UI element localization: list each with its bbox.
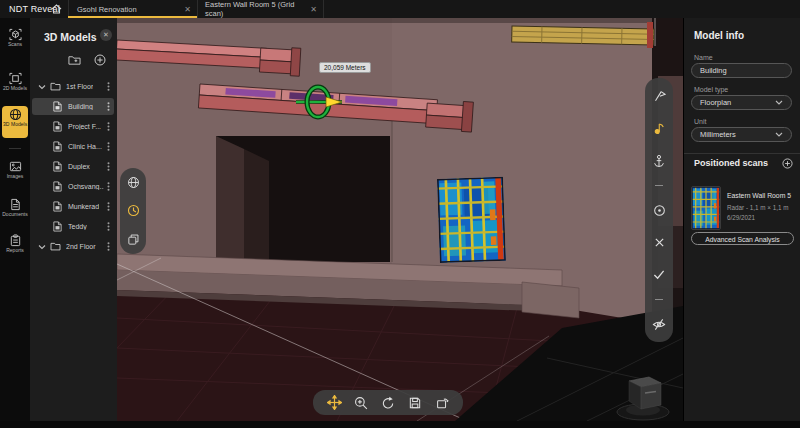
rail-item-images[interactable]: Images [0,158,30,192]
kebab-menu-icon[interactable] [107,122,110,131]
kebab-menu-icon[interactable] [107,242,110,251]
cancel-icon[interactable] [651,234,667,250]
panel-divider [684,153,800,154]
model-file-icon [52,121,63,132]
images-icon [9,160,22,173]
tab-close-icon[interactable]: ✕ [304,5,323,14]
tab-scan[interactable]: Eastern Wall Room 5 (Grid scan) ✕ [197,0,324,18]
brick-beam [512,26,654,45]
navigation-toolbar [313,390,463,415]
elevation-anchor-icon[interactable] [651,153,667,169]
kebab-menu-icon[interactable] [107,162,110,171]
wall-scan-heatmap [437,177,506,263]
models-tree-panel: 3D Models ✕ 1st Floor Building [30,18,118,421]
model-file-icon [52,141,63,152]
kebab-menu-icon[interactable] [107,222,110,231]
chevron-down-icon [775,100,783,105]
model-type-label: Model type [694,86,728,93]
tree-panel-title: 3D Models [44,31,97,43]
tree-toolbar [30,54,117,70]
add-model-icon[interactable] [94,54,106,66]
tree-folder-1st-floor[interactable]: 1st Floor [32,78,114,95]
orbit-clock-icon[interactable] [125,203,141,219]
view-mode-toolbar [120,168,146,254]
rail-item-scans[interactable]: Scans [0,26,30,60]
3d-models-globe-icon [9,108,22,121]
viewport-3d[interactable]: 20,059 Meters [117,18,683,421]
tree-item-munkerad[interactable]: Munkerad [32,198,114,215]
reports-icon [9,234,22,247]
top-bar: NDT Reveal Gsohl Renovation ✕ Eastern Wa… [0,0,800,19]
unit-value: Millimeters [700,130,736,139]
tab-label: Eastern Wall Room 5 (Grid scan) [197,0,304,18]
scan-card[interactable]: Eastern Wall Room 5 Radar - 1,1 m × 1,1 … [691,186,794,230]
reset-camera-icon[interactable] [434,395,450,411]
model-file-icon [52,161,63,172]
rail-item-3d-models[interactable]: 3D Models [2,106,28,138]
tree-item-ochsvang[interactable]: Ochsvang... [32,178,114,195]
rotate-note-icon[interactable] [651,120,667,136]
model-file-icon [52,201,63,212]
tree-item-duplex[interactable]: Duplex [32,158,114,175]
scan-thumbnail [691,186,721,230]
zoom-in-icon[interactable] [353,395,369,411]
advanced-scan-analysis-button[interactable]: Advanced Scan Analysis [691,232,794,245]
documents-icon [9,198,22,211]
folder-icon [50,242,61,251]
confirm-icon[interactable] [651,267,667,283]
model-info-panel: Model info Name Model type Floorplan Uni… [683,18,800,421]
tree-folder-2nd-floor[interactable]: 2nd Floor [32,238,114,255]
reset-position-icon[interactable] [651,202,667,218]
scan-cube-icon [9,28,22,41]
tree-item-teddy[interactable]: Teddy [32,218,114,235]
model-file-icon [52,101,63,112]
2d-models-icon [9,72,22,85]
rail-item-documents[interactable]: Documents [0,196,30,230]
chevron-down-icon [38,244,46,250]
panel-close-icon[interactable]: ✕ [100,29,112,41]
globe-view-icon[interactable] [125,174,141,190]
toolbar-divider [655,185,663,186]
tree-item-clinic[interactable]: Clinic Ha... [32,138,114,155]
scan-positioning-toolbar [645,78,673,342]
rail-item-reports[interactable]: Reports [0,232,30,266]
unit-label: Unit [694,118,706,125]
rail-item-2d-models[interactable]: 2D Models [0,70,30,104]
add-scan-icon[interactable] [782,158,793,169]
kebab-menu-icon[interactable] [107,102,110,111]
model-file-icon [52,181,63,192]
rail-divider [9,148,21,149]
model-type-value: Floorplan [700,98,731,107]
folder-icon [50,82,61,91]
pan-move-icon[interactable] [326,395,342,411]
kebab-menu-icon[interactable] [107,82,110,91]
model-info-title: Model info [694,30,744,41]
app-window: NDT Reveal Gsohl Renovation ✕ Eastern Wa… [0,0,800,428]
home-icon[interactable] [50,3,64,15]
rotate-view-icon[interactable] [380,395,396,411]
kebab-menu-icon[interactable] [107,202,110,211]
model-file-icon [52,221,63,232]
tab-label: Gsohl Renovation [69,5,137,14]
toolbar-divider [655,299,663,300]
duplicate-view-icon[interactable] [125,232,141,248]
save-view-icon[interactable] [407,395,423,411]
doorway [216,136,390,262]
scan-name: Eastern Wall Room 5 [727,192,791,199]
kebab-menu-icon[interactable] [107,182,110,191]
name-input[interactable] [691,63,792,78]
chevron-down-icon [775,132,783,137]
chevron-down-icon [38,84,46,90]
scan-details: Radar - 1,1 m × 1,1 m [727,204,791,211]
kebab-menu-icon[interactable] [107,142,110,151]
tree-item-project[interactable]: Project F... [32,118,114,135]
hide-scan-eye-off-icon[interactable] [651,316,667,332]
model-type-select[interactable]: Floorplan [691,95,792,110]
measurement-label: 20,059 Meters [319,62,371,73]
new-folder-icon[interactable] [68,54,81,66]
translate-flag-icon[interactable] [651,88,667,104]
tree-item-building[interactable]: Building [32,98,114,115]
unit-select[interactable]: Millimeters [691,127,792,142]
tab-close-icon[interactable]: ✕ [178,5,197,14]
name-label: Name [694,54,713,61]
